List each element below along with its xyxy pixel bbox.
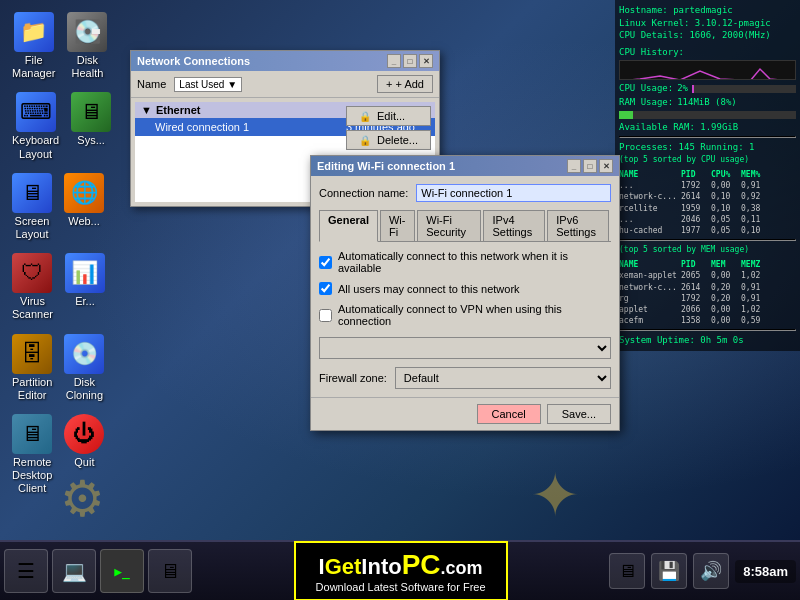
sysinfo-hostname: Hostname: partedmagic (619, 4, 796, 17)
desktop-icon-disk-health[interactable]: 💽 Disk Health (63, 8, 111, 84)
virus-scanner-icon: 🛡 (12, 253, 52, 293)
connection-name-input[interactable] (416, 184, 611, 202)
sysinfo-top5-label: (top 5 sorted by CPU usage) (619, 154, 796, 165)
all-users-label: All users may connect to this network (338, 283, 520, 295)
taskbar-menu-button[interactable]: ☰ (4, 549, 48, 593)
desktop-icon-screen-layout[interactable]: 🖥 Screen Layout (8, 169, 56, 245)
sysinfo-ram-available: Available RAM: 1.99GiB (619, 121, 796, 134)
edit-wifi-window: Editing Wi-Fi connection 1 _ □ ✕ Connect… (310, 155, 620, 431)
sysinfo-cpu-bar (692, 85, 796, 93)
network-window-controls: _ □ ✕ (387, 54, 433, 68)
network-action-buttons: 🔒 Edit... 🔒 Delete... (342, 102, 435, 154)
edit-wifi-footer: Cancel Save... (311, 397, 619, 430)
watermark-subtitle: Download Latest Software for Free (316, 581, 486, 593)
er-label: Er... (75, 295, 95, 308)
sysinfo-kernel: Linux Kernel: 3.10.12-pmagic (619, 17, 796, 30)
taskbar-audio-icon[interactable]: 🔊 (693, 553, 729, 589)
sysinfo-cpu-bar-fill (692, 85, 694, 93)
firewall-dropdown[interactable]: Default (395, 367, 611, 389)
watermark-title: IGetIntoPC.com (316, 549, 486, 581)
auto-connect-checkbox-row: Automatically connect to this network wh… (319, 250, 611, 274)
taskbar-computer-button[interactable]: 💻 (52, 549, 96, 593)
desktop-icon-system[interactable]: 🖥 Sys... (67, 88, 115, 164)
remote-desktop-icon: 🖥 (12, 414, 52, 454)
tab-wifi-security[interactable]: Wi-Fi Security (417, 210, 481, 241)
taskbar-terminal-button[interactable]: ▶_ (100, 549, 144, 593)
web-icon: 🌐 (64, 173, 104, 213)
network-toolbar: Name Last Used ▼ + + Add (131, 71, 439, 98)
vpn-checkbox[interactable] (319, 309, 332, 322)
partition-editor-icon: 🗄 (12, 334, 52, 374)
virus-scanner-label: Virus Scanner (12, 295, 53, 321)
delete-connection-button[interactable]: 🔒 Delete... (346, 130, 431, 150)
sysinfo-ram-usage-label: RAM Usage: (619, 96, 673, 109)
quit-icon: ⏻ (64, 414, 104, 454)
desktop-icon-remote-desktop[interactable]: 🖥 Remote Desktop Client (8, 410, 56, 500)
tab-wifi[interactable]: Wi-Fi (380, 210, 415, 241)
desktop-icon-file-manager[interactable]: 📁 File Manager (8, 8, 59, 84)
decorative-gear-left: ⚙ (60, 470, 120, 530)
edit-wifi-titlebar[interactable]: Editing Wi-Fi connection 1 _ □ ✕ (311, 156, 619, 176)
delete-lock-icon: 🔒 (359, 135, 371, 146)
sysinfo-cpu-usage-value: 2% (677, 82, 688, 95)
screen-layout-icon: 🖥 (12, 173, 52, 213)
network-name-col: Name (137, 78, 166, 90)
sysinfo-processes: Processes: 145 Running: 1 (619, 141, 796, 154)
edit-wifi-maximize-btn[interactable]: □ (583, 159, 597, 173)
desktop-icon-keyboard-layout[interactable]: ⌨ Keyboard Layout (8, 88, 63, 164)
edit-lock-icon: 🔒 (359, 111, 371, 122)
web-label: Web... (68, 215, 100, 228)
sysinfo-ram-usage-row: RAM Usage: 114MiB (8%) (619, 96, 796, 109)
network-minimize-btn[interactable]: _ (387, 54, 401, 68)
edit-wifi-close-btn[interactable]: ✕ (599, 159, 613, 173)
tab-ipv4[interactable]: IPv4 Settings (483, 210, 545, 241)
taskbar-display-icon[interactable]: 🖥 (609, 553, 645, 589)
all-users-checkbox[interactable] (319, 282, 332, 295)
system-label: Sys... (77, 134, 105, 147)
vpn-label: Automatically connect to VPN when using … (338, 303, 611, 327)
desktop-icon-partition-editor[interactable]: 🗄 Partition Editor (8, 330, 56, 406)
add-connection-button[interactable]: + + Add (377, 75, 433, 93)
file-manager-icon: 📁 (14, 12, 54, 52)
taskbar-drive-icon[interactable]: 💾 (651, 553, 687, 589)
quit-label: Quit (74, 456, 94, 469)
vpn-dropdown[interactable] (319, 337, 611, 359)
sysinfo-cpu-history-label: CPU History: (619, 46, 796, 59)
last-used-dropdown[interactable]: Last Used ▼ (174, 77, 242, 92)
ethernet-expand-icon: ▼ (141, 104, 152, 116)
sysinfo-ram-usage-value: 114MiB (8%) (677, 96, 737, 109)
keyboard-label: Keyboard Layout (12, 134, 59, 160)
sysinfo-cpu-history-graph (619, 60, 796, 80)
disk-cloning-label: Disk Cloning (64, 376, 104, 402)
taskbar-center: IGetIntoPC.com Download Latest Software … (196, 541, 605, 600)
taskbar-right: 🖥 💾 🔊 8:58am (609, 553, 796, 589)
sysinfo-cpu-details: CPU Details: 1606, 2000(MHz) (619, 29, 796, 42)
firewall-zone-label: Firewall zone: (319, 372, 387, 384)
network-maximize-btn[interactable]: □ (403, 54, 417, 68)
auto-connect-label: Automatically connect to this network wh… (338, 250, 611, 274)
desktop-icons-container: 📁 File Manager 💽 Disk Health ⌨ Keyboard … (0, 0, 110, 507)
remote-desktop-label: Remote Desktop Client (12, 456, 52, 496)
tab-ipv6[interactable]: IPv6 Settings (547, 210, 609, 241)
auto-connect-checkbox[interactable] (319, 256, 332, 269)
edit-connection-button[interactable]: 🔒 Edit... (346, 106, 431, 126)
save-button[interactable]: Save... (547, 404, 611, 424)
edit-wifi-minimize-btn[interactable]: _ (567, 159, 581, 173)
network-window-titlebar[interactable]: Network Connections _ □ ✕ (131, 51, 439, 71)
desktop-icon-er[interactable]: 📊 Er... (61, 249, 109, 325)
desktop-icon-disk-cloning[interactable]: 💿 Disk Cloning (60, 330, 108, 406)
all-users-checkbox-row: All users may connect to this network (319, 282, 611, 295)
desktop-icon-web[interactable]: 🌐 Web... (60, 169, 108, 245)
system-icon: 🖥 (71, 92, 111, 132)
network-close-btn[interactable]: ✕ (419, 54, 433, 68)
tab-general[interactable]: General (319, 210, 378, 242)
desktop: 📁 File Manager 💽 Disk Health ⌨ Keyboard … (0, 0, 800, 540)
connection-name-label: Connection name: (319, 187, 408, 199)
add-icon: + (386, 78, 392, 90)
watermark-banner: IGetIntoPC.com Download Latest Software … (294, 541, 508, 600)
desktop-icon-virus-scanner[interactable]: 🛡 Virus Scanner (8, 249, 57, 325)
taskbar-window-button[interactable]: 🖥 (148, 549, 192, 593)
sysinfo-mem-table: NAMEPIDMEMMEMZ xeman-applet20650,001,02 … (619, 259, 796, 326)
cancel-button[interactable]: Cancel (477, 404, 541, 424)
edit-wifi-title: Editing Wi-Fi connection 1 (317, 160, 455, 172)
